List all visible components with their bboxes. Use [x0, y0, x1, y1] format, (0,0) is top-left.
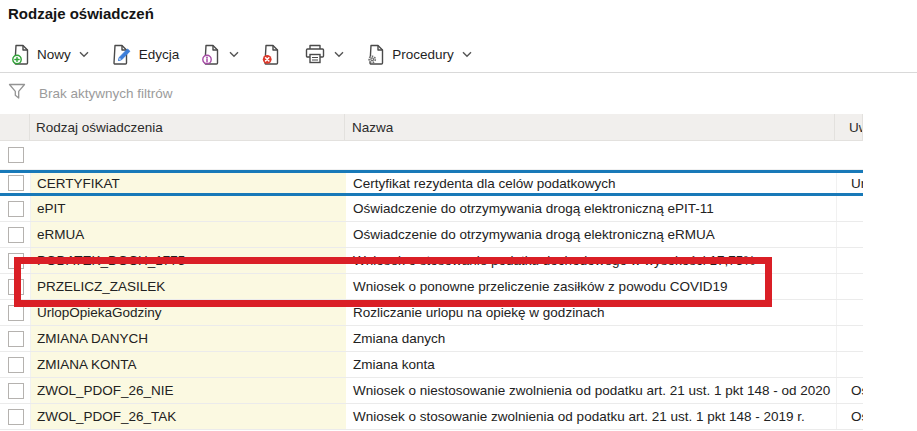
row-checkbox[interactable] — [8, 357, 24, 373]
table-body: CERTYFIKAT Certyfikat rezydenta dla celó… — [0, 170, 863, 430]
row-checkbox[interactable] — [8, 227, 24, 243]
new-document-icon — [12, 44, 31, 65]
row-checkbox-cell — [0, 352, 31, 377]
table-row[interactable]: UrlopOpiekaGodziny Rozliczanie urlopu na… — [0, 300, 863, 326]
cell-rodzaj: eRMUA — [31, 222, 346, 247]
row-checkbox-cell — [0, 173, 31, 193]
new-button-label: Nowy — [37, 47, 71, 62]
table-row[interactable]: ZWOL_PDOF_26_TAK Wniosek o stosowanie zw… — [0, 404, 863, 430]
cell-nazwa: Wniosek o ponowne przeliczenie zasiłków … — [346, 274, 836, 299]
chevron-down-icon — [79, 51, 89, 58]
cell-uwagi: Os — [836, 378, 863, 403]
chevron-down-icon — [229, 51, 239, 58]
chevron-down-icon — [462, 51, 472, 58]
cell-uwagi — [836, 222, 863, 247]
row-checkbox[interactable] — [8, 201, 24, 217]
filter-funnel-icon[interactable] — [8, 83, 26, 104]
row-checkbox[interactable] — [8, 409, 24, 425]
cell-uwagi — [836, 274, 863, 299]
row-checkbox[interactable] — [8, 253, 24, 269]
cell-uwagi — [836, 352, 863, 377]
row-checkbox[interactable] — [8, 175, 24, 191]
cell-nazwa: Oświadczenie do otrzymywania drogą elekt… — [346, 222, 836, 247]
toolbar-divider — [0, 72, 917, 73]
table-row[interactable]: PRZELICZ_ZASILEK Wniosek o ponowne przel… — [0, 274, 863, 300]
filter-status-text: Brak aktywnych filtrów — [39, 86, 173, 101]
header-checkbox-column — [0, 114, 30, 140]
cell-uwagi — [836, 300, 863, 325]
cell-nazwa: Wniosek o stosowanie podatku dochodowego… — [346, 248, 836, 273]
procedures-button-label: Procedury — [392, 47, 454, 62]
printer-icon — [304, 44, 326, 64]
table-row[interactable]: PODATEK_DOCH_1775 Wniosek o stosowanie p… — [0, 248, 863, 274]
document-info-icon — [202, 44, 221, 65]
row-checkbox-cell — [0, 196, 31, 221]
chevron-down-icon — [334, 51, 344, 58]
document-delete-icon — [262, 44, 281, 65]
cell-nazwa: Zmiana danych — [346, 326, 836, 351]
column-header-rodzaj[interactable]: Rodzaj oświadczenia — [30, 114, 345, 140]
cell-nazwa: Zmiana konta — [346, 352, 836, 377]
row-checkbox-cell — [0, 274, 31, 299]
table-row[interactable]: ZMIANA KONTA Zmiana konta — [0, 352, 863, 378]
cell-uwagi — [836, 196, 863, 221]
delete-button[interactable] — [258, 41, 285, 68]
select-all-row — [0, 141, 863, 170]
cell-uwagi: Os — [836, 404, 863, 429]
row-checkbox[interactable] — [8, 331, 24, 347]
declaration-types-grid: Rodzaj oświadczenia Nazwa Uw CERTYFIKAT … — [0, 114, 863, 430]
column-header-uwagi[interactable]: Uw — [835, 114, 863, 140]
row-checkbox-cell — [0, 222, 31, 247]
row-checkbox[interactable] — [8, 305, 24, 321]
cell-nazwa: Certyfikat rezydenta dla celów podatkowy… — [346, 173, 836, 193]
grid-header: Rodzaj oświadczenia Nazwa Uw — [0, 114, 863, 141]
cell-uwagi — [836, 248, 863, 273]
cell-rodzaj: ePIT — [31, 196, 346, 221]
cell-rodzaj: PODATEK_DOCH_1775 — [31, 248, 346, 273]
cell-rodzaj: ZMIANA KONTA — [31, 352, 346, 377]
cell-uwagi — [836, 326, 863, 351]
table-row[interactable]: ePIT Oświadczenie do otrzymywania drogą … — [0, 196, 863, 222]
cell-rodzaj: CERTYFIKAT — [31, 173, 346, 193]
row-checkbox-cell — [0, 248, 31, 273]
edit-button[interactable]: Edycja — [108, 41, 184, 68]
cell-rodzaj: ZWOL_PDOF_26_TAK — [31, 404, 346, 429]
table-row[interactable]: CERTYFIKAT Certyfikat rezydenta dla celó… — [0, 170, 863, 196]
row-checkbox-cell — [0, 378, 31, 403]
cell-nazwa: Wniosek o stosowanie zwolnienia od podat… — [346, 404, 836, 429]
cell-uwagi: Ur — [836, 173, 863, 193]
select-all-checkbox[interactable] — [8, 147, 24, 163]
row-checkbox[interactable] — [8, 279, 24, 295]
table-row[interactable]: ZWOL_PDOF_26_NIE Wniosek o niestosowanie… — [0, 378, 863, 404]
toolbar: Nowy Edycja — [8, 38, 476, 70]
procedures-button[interactable]: Procedury — [363, 41, 476, 68]
cell-rodzaj: UrlopOpiekaGodziny — [31, 300, 346, 325]
row-checkbox-cell — [0, 300, 31, 325]
cell-nazwa: Rozliczanie urlopu na opiekę w godzinach — [346, 300, 836, 325]
table-row[interactable]: ZMIANA DANYCH Zmiana danych — [0, 326, 863, 352]
column-header-nazwa[interactable]: Nazwa — [345, 114, 835, 140]
new-button[interactable]: Nowy — [8, 41, 93, 68]
row-checkbox-cell — [0, 326, 31, 351]
filter-bar: Brak aktywnych filtrów — [8, 81, 173, 105]
document-info-button[interactable] — [198, 41, 243, 68]
edit-button-label: Edycja — [139, 47, 180, 62]
cell-rodzaj: ZWOL_PDOF_26_NIE — [31, 378, 346, 403]
cell-nazwa: Wniosek o niestosowanie zwolnienia od po… — [346, 378, 836, 403]
document-gear-icon — [367, 44, 386, 65]
row-checkbox-cell — [0, 404, 31, 429]
cell-rodzaj: ZMIANA DANYCH — [31, 326, 346, 351]
cell-nazwa: Oświadczenie do otrzymywania drogą elekt… — [346, 196, 836, 221]
edit-document-icon — [112, 44, 133, 65]
cell-rodzaj: PRZELICZ_ZASILEK — [31, 274, 346, 299]
page-title: Rodzaje oświadczeń — [8, 5, 154, 22]
print-button[interactable] — [300, 41, 348, 67]
row-checkbox[interactable] — [8, 383, 24, 399]
table-row[interactable]: eRMUA Oświadczenie do otrzymywania drogą… — [0, 222, 863, 248]
